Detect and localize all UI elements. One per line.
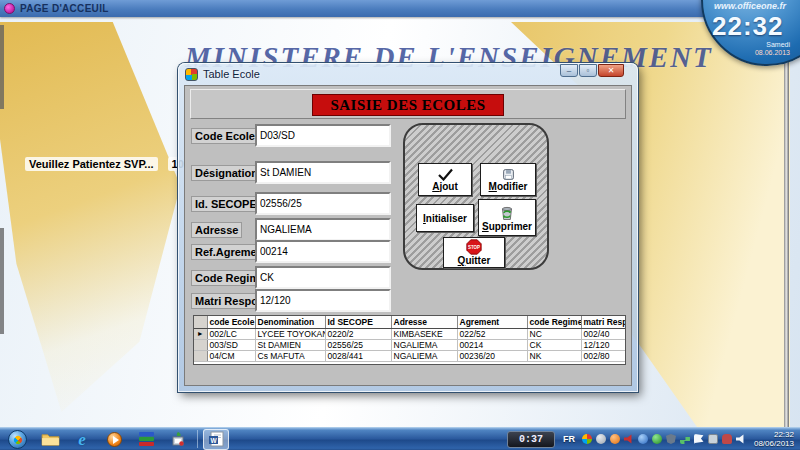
gadget-site-label: www.officeone.fr bbox=[706, 1, 794, 11]
app-blue-icon[interactable] bbox=[638, 434, 648, 444]
supprimer-button[interactable]: Supprimer bbox=[478, 199, 536, 236]
col-header-adresse[interactable]: Adresse bbox=[391, 316, 457, 328]
taskbar-setup-app-button[interactable] bbox=[165, 429, 191, 450]
taskbar-separator bbox=[197, 430, 198, 448]
table-row[interactable]: ► 002/LC LYCEE TOYOKANA 0220/2 KIMBASEKE… bbox=[194, 328, 626, 339]
presentation-timer[interactable]: 0:37 bbox=[507, 431, 555, 448]
internet-explorer-icon: e bbox=[78, 431, 86, 448]
language-indicator[interactable]: FR bbox=[563, 434, 575, 444]
initialiser-button[interactable]: Initialiser bbox=[416, 204, 474, 232]
start-button[interactable] bbox=[8, 430, 27, 449]
stop-icon: STOP bbox=[465, 239, 483, 255]
gadget-date: 08.06.2013 bbox=[725, 49, 790, 56]
update-icon[interactable] bbox=[610, 434, 620, 444]
ajout-button[interactable]: Ajout bbox=[418, 163, 472, 196]
table-row[interactable]: 04/CM Cs MAFUTA 0028/441 NGALIEMA 00236/… bbox=[194, 350, 626, 361]
close-button[interactable]: ✕ bbox=[598, 64, 624, 77]
network-icon[interactable] bbox=[680, 434, 690, 444]
col-header-agrement[interactable]: Agrement bbox=[457, 316, 527, 328]
taskbar-time: 22:32 bbox=[754, 430, 794, 439]
gold-band-left bbox=[0, 22, 205, 412]
gadget-tray-icon[interactable] bbox=[582, 434, 592, 444]
svg-text:STOP: STOP bbox=[468, 245, 480, 250]
field-label-adresse: Adresse bbox=[191, 222, 242, 238]
setup-icon bbox=[170, 431, 186, 447]
status-message: Veuillez Patientez SVP... bbox=[25, 157, 158, 171]
col-header-denomination[interactable]: Denomination bbox=[255, 316, 325, 328]
word-icon: W bbox=[208, 431, 224, 447]
form-client-area: SAISIE DES ECOLES Code Ecole Désignation… bbox=[184, 85, 632, 386]
gadget-day: Samedi bbox=[735, 41, 790, 48]
row-selector[interactable] bbox=[194, 350, 207, 361]
field-input-designation[interactable] bbox=[255, 161, 391, 184]
shield-icon[interactable] bbox=[666, 434, 676, 444]
row-selector[interactable] bbox=[194, 339, 207, 350]
status-line: Veuillez Patientez SVP...100% bbox=[25, 158, 204, 170]
taskbar-books-app-button[interactable] bbox=[133, 429, 159, 450]
screen: MINISTERE DE L'ENSEIGNEMENT Veuillez Pat… bbox=[0, 0, 800, 450]
field-input-id-secope[interactable] bbox=[255, 192, 391, 215]
records-grid[interactable]: code Ecole Denomination Id SECOPE Adress… bbox=[193, 315, 626, 365]
volume-icon[interactable] bbox=[736, 434, 746, 444]
col-header-matri-respo[interactable]: matri Respo bbox=[581, 316, 626, 328]
window-icon bbox=[185, 68, 198, 81]
maximize-button[interactable]: ▫ bbox=[579, 64, 597, 77]
modifier-button[interactable]: Modifier bbox=[480, 163, 536, 196]
gadget-stand bbox=[784, 58, 789, 427]
antivirus-icon[interactable] bbox=[652, 434, 662, 444]
taskbar: e bbox=[0, 427, 800, 450]
selector-header bbox=[194, 316, 207, 328]
minimize-button[interactable]: – bbox=[560, 64, 578, 77]
clipboard-icon[interactable] bbox=[708, 434, 718, 444]
system-tray bbox=[582, 434, 746, 444]
taskbar-media-player-button[interactable] bbox=[101, 429, 127, 450]
row-selector-current[interactable]: ► bbox=[194, 328, 207, 339]
taskbar-clock[interactable]: 22:32 08/06/2013 bbox=[754, 430, 794, 448]
table-ecole-window: Table Ecole – ▫ ✕ SAISIE DES ECOLES Code… bbox=[178, 63, 638, 392]
gadget-time: 22:32 bbox=[712, 11, 784, 42]
alert-speaker-icon[interactable] bbox=[624, 434, 634, 444]
mic-muted-icon[interactable] bbox=[722, 434, 732, 444]
books-icon bbox=[139, 432, 154, 446]
col-header-code-ecole[interactable]: code Ecole bbox=[207, 316, 255, 328]
folder-icon bbox=[41, 432, 60, 447]
field-input-ref-agrement[interactable] bbox=[255, 240, 391, 263]
save-icon bbox=[502, 168, 515, 181]
form-header-band: SAISIE DES ECOLES bbox=[190, 89, 626, 119]
field-input-code-regime[interactable] bbox=[255, 266, 391, 289]
slide-edge-top bbox=[0, 25, 4, 109]
taskbar-word-button[interactable]: W bbox=[203, 429, 229, 450]
quitter-button[interactable]: STOP Quitter bbox=[443, 237, 505, 268]
grid-header-row: code Ecole Denomination Id SECOPE Adress… bbox=[194, 316, 626, 328]
field-input-adresse[interactable] bbox=[255, 218, 391, 241]
field-input-matri-responsable[interactable] bbox=[255, 289, 391, 312]
windows-flag-icon bbox=[12, 434, 23, 445]
presentation-titlebar: PAGE D'ACCEUIL bbox=[0, 0, 800, 17]
col-header-code-regime[interactable]: code Regime bbox=[527, 316, 581, 328]
actions-panel: Ajout Modifier Initialiser bbox=[403, 123, 549, 270]
taskbar-date: 08/06/2013 bbox=[754, 439, 794, 448]
taskbar-internet-explorer-button[interactable]: e bbox=[69, 429, 95, 450]
check-icon bbox=[437, 168, 454, 181]
field-label-code-ecole: Code Ecole bbox=[191, 128, 259, 144]
recycle-bin-icon bbox=[499, 204, 515, 221]
svg-text:W: W bbox=[210, 437, 217, 444]
col-header-id-secope[interactable]: Id SECOPE bbox=[325, 316, 391, 328]
safely-remove-icon[interactable] bbox=[596, 434, 606, 444]
action-center-flag-icon[interactable] bbox=[694, 434, 704, 444]
field-input-code-ecole[interactable] bbox=[255, 124, 391, 147]
taskbar-explorer-button[interactable] bbox=[37, 429, 63, 450]
field-label-id-secope: Id. SECOPE bbox=[191, 196, 261, 212]
window-titlebar[interactable]: Table Ecole – ▫ ✕ bbox=[178, 63, 638, 85]
presentation-icon bbox=[4, 3, 15, 14]
table-row[interactable]: 003/SD St DAMIEN 02556/25 NGALIEMA 00214… bbox=[194, 339, 626, 350]
window-title: Table Ecole bbox=[203, 68, 260, 80]
media-player-icon bbox=[107, 432, 122, 447]
presentation-title: PAGE D'ACCEUIL bbox=[20, 3, 109, 14]
slide-edge-bottom bbox=[0, 228, 4, 334]
form-banner: SAISIE DES ECOLES bbox=[312, 94, 504, 116]
